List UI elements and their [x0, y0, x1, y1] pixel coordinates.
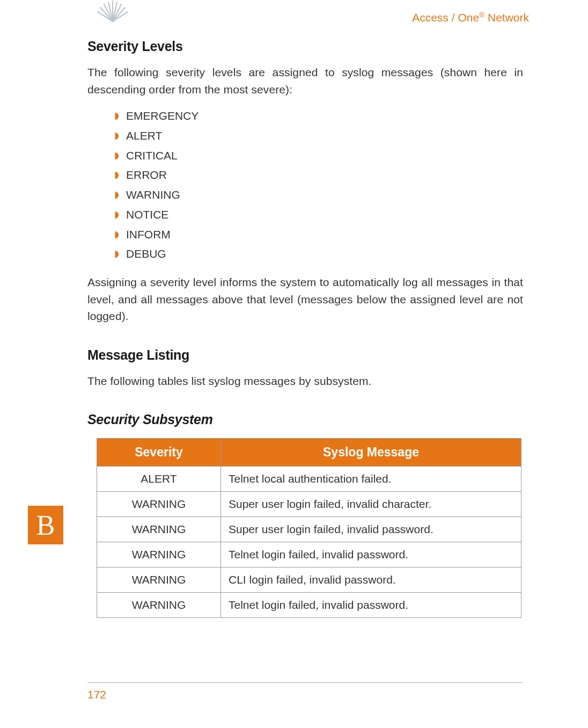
- cell-message: Super user login failed, invalid passwor…: [221, 517, 521, 542]
- cell-message: CLI login failed, invalid password.: [221, 567, 521, 593]
- cell-severity: WARNING: [97, 593, 221, 618]
- cell-severity: WARNING: [97, 492, 221, 517]
- level-label: ALERT: [126, 129, 162, 142]
- appendix-letter: B: [36, 509, 55, 541]
- brand-suffix: Network: [484, 11, 529, 24]
- section-title-listing: Message Listing: [87, 347, 523, 363]
- cell-message: Telnet login failed, invalid password.: [221, 542, 521, 567]
- section-title-severity: Severity Levels: [87, 39, 523, 54]
- table-row: WARNING Super user login failed, invalid…: [97, 517, 521, 542]
- level-label: INFORM: [126, 228, 171, 241]
- level-label: ERROR: [126, 169, 167, 181]
- table-row: ALERT Telnet local authentication failed…: [97, 467, 521, 492]
- registered-icon: ®: [479, 11, 484, 19]
- level-label: WARNING: [126, 188, 180, 201]
- security-table: Severity Syslog Message ALERT Telnet loc…: [97, 438, 521, 618]
- cell-severity: ALERT: [97, 467, 221, 492]
- list-item: EMERGENCY: [114, 106, 523, 126]
- level-label: DEBUG: [126, 247, 166, 260]
- level-label: CRITICAL: [126, 149, 178, 162]
- list-item: ERROR: [114, 165, 523, 185]
- brand-logo-icon: [97, 0, 129, 25]
- table-header-row: Severity Syslog Message: [97, 439, 521, 467]
- severity-list: EMERGENCY ALERT CRITICAL ERROR WARNING N…: [114, 106, 523, 264]
- level-label: EMERGENCY: [126, 110, 199, 122]
- severity-footer: Assigning a severity level informs the s…: [87, 274, 523, 325]
- table-row: WARNING Telnet login failed, invalid pas…: [97, 593, 521, 618]
- appendix-tab: B: [28, 506, 63, 544]
- page-number: 172: [87, 688, 106, 701]
- col-severity: Severity: [97, 439, 221, 467]
- cell-message: Telnet login failed, invalid password.: [221, 593, 521, 618]
- cell-severity: WARNING: [97, 542, 221, 567]
- severity-intro: The following severity levels are assign…: [87, 64, 523, 98]
- list-item: WARNING: [114, 185, 523, 205]
- col-message: Syslog Message: [221, 439, 521, 467]
- table-row: WARNING CLI login failed, invalid passwo…: [97, 567, 521, 593]
- header-brand: Access / One® Network: [412, 11, 529, 24]
- footer-divider: [87, 682, 523, 683]
- cell-severity: WARNING: [97, 567, 221, 593]
- section-title-security: Security Subsystem: [87, 412, 523, 427]
- list-item: ALERT: [114, 126, 523, 146]
- list-item: CRITICAL: [114, 146, 523, 166]
- level-label: NOTICE: [126, 208, 168, 221]
- cell-message: Telnet local authentication failed.: [221, 467, 521, 492]
- list-item: NOTICE: [114, 205, 523, 225]
- table-row: WARNING Super user login failed, invalid…: [97, 492, 521, 517]
- brand-prefix: Access / One: [412, 11, 479, 24]
- list-item: DEBUG: [114, 244, 523, 264]
- cell-severity: WARNING: [97, 517, 221, 542]
- list-item: INFORM: [114, 225, 523, 245]
- page-content: Severity Levels The following severity l…: [87, 39, 523, 618]
- listing-intro: The following tables list syslog message…: [87, 373, 523, 390]
- cell-message: Super user login failed, invalid charact…: [221, 492, 521, 517]
- table-row: WARNING Telnet login failed, invalid pas…: [97, 542, 521, 567]
